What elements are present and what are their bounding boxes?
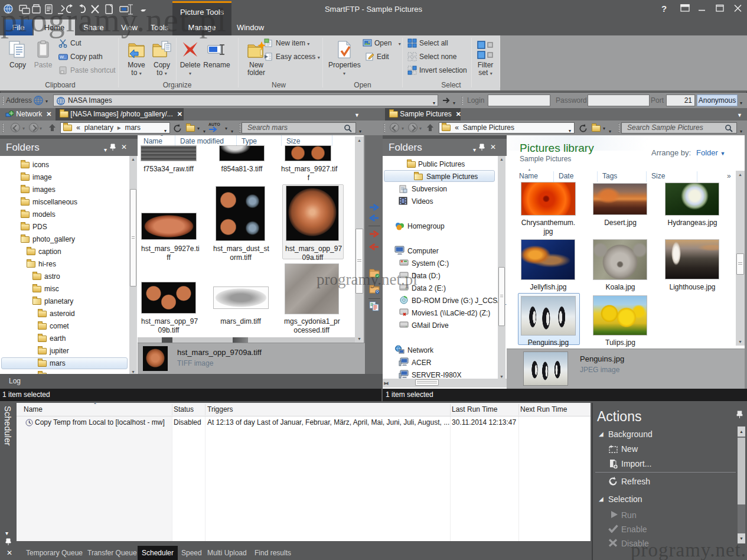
svg-text:W..: W.. bbox=[60, 54, 66, 60]
